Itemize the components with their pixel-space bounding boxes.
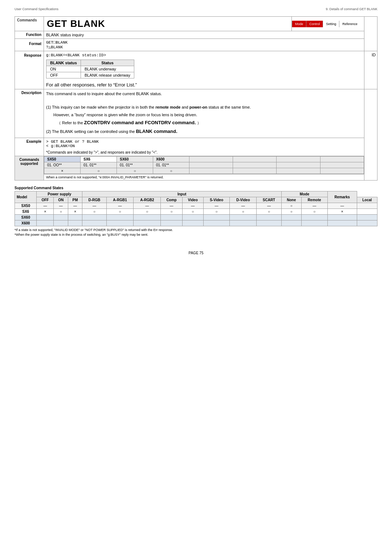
empty-c-1 <box>189 168 233 174</box>
sub-off: OFF <box>37 197 54 203</box>
sub-dvideo: D-Video <box>230 197 257 203</box>
x600-model-cell: X600 <box>15 220 37 226</box>
title-row: Commands GET BLANK Mode Control Setting … <box>15 17 377 31</box>
function-label: Function <box>15 31 44 39</box>
sx6-scart: ○ <box>257 209 282 215</box>
empty-model-1 <box>189 157 233 162</box>
sx6-model-cell: SX6 <box>15 209 37 215</box>
sx6-drgb: ○ <box>82 209 106 215</box>
sx6-remote: ○ <box>301 209 327 215</box>
x600-argb1 <box>106 220 134 226</box>
desc-main: This command is used to inquire about th… <box>46 91 362 97</box>
blank-on-value: ON <box>46 66 81 72</box>
commands-supported-row: Commandssupported SX50 SX6 SX60 X600 01.… <box>15 156 377 174</box>
response-formula-text: g:BLANK=<BLANK status:ID> <box>46 53 106 57</box>
mode-col-setting: Setting <box>323 21 339 27</box>
empty-val-3 <box>277 162 320 168</box>
sub-argb1: A-RGB1 <box>106 197 134 203</box>
sx6-remarks <box>357 209 377 215</box>
model-header: Model <box>15 191 37 203</box>
sx60-circle: ○ <box>117 168 153 174</box>
x600-pm <box>68 220 82 226</box>
models-circle-row: × ○ ○ ○ <box>44 168 364 174</box>
sx50-scart: — <box>257 203 282 209</box>
empty-c-2 <box>233 168 277 174</box>
response-content: g:BLANK=<BLANK status:ID> BLANK status S… <box>44 51 364 89</box>
example-note: *Commands are indicated by ">", and resp… <box>46 150 362 154</box>
blank-off-status: BLANK release underway <box>81 72 134 78</box>
mode-col-control: Control <box>306 21 323 27</box>
sx60-none <box>281 215 301 220</box>
main-command-table: Commands GET BLANK Mode Control Setting … <box>15 16 377 181</box>
x600-argb2 <box>134 220 161 226</box>
sx60-comp <box>161 215 183 220</box>
format-row: Format GET□BLANK ?△BLANK <box>15 39 377 51</box>
sx50-comp: — <box>161 203 183 209</box>
x600-on <box>54 220 68 226</box>
mode-header-th: Mode <box>281 191 327 197</box>
sub-svideo: S-Video <box>203 197 230 203</box>
sub-none: None <box>281 197 301 203</box>
x600-scart <box>257 220 282 226</box>
format-label: Format <box>15 39 44 51</box>
page-header: User Command Specifications 9. Details o… <box>15 7 377 11</box>
sx50-pm: — <box>68 203 82 209</box>
blank-on-status: BLANK underway <box>81 66 134 72</box>
sx60-label: SX60 <box>117 157 153 162</box>
invalid-note-row: When a command is not supported, "e:000A… <box>15 174 377 181</box>
sx6-value: 01. 01** <box>81 162 117 168</box>
function-content: BLANK status inquiry <box>44 31 364 39</box>
sx6-local: × <box>327 209 357 215</box>
sx6-pm: × <box>68 209 82 215</box>
mode-header-cell: Mode Control Setting Reference <box>291 17 364 31</box>
sx60-model-cell: SX60 <box>15 215 37 220</box>
description-label: Description <box>15 89 44 138</box>
sx50-none: ○ <box>281 203 301 209</box>
footnote-2: *When the power supply state is in the p… <box>15 233 377 236</box>
sx6-label: SX6 <box>81 157 117 162</box>
x600-remote <box>301 220 327 226</box>
sub-comp: Comp <box>161 197 183 203</box>
x600-label: X600 <box>153 157 189 162</box>
empty-c-3 <box>277 168 320 174</box>
blank-on-row: ON BLANK underway <box>46 66 134 72</box>
x600-comp <box>161 220 183 226</box>
sub-local: Local <box>357 197 377 203</box>
x600-none <box>281 220 301 226</box>
sx50-drgb: — <box>82 203 106 209</box>
sub-remote: Remote <box>301 197 327 203</box>
sx6-on: ○ <box>54 209 68 215</box>
status-col-header: Status <box>81 60 134 66</box>
sx6-argb1: ○ <box>106 209 134 215</box>
invalid-note: When a command is not supported, "e:000A… <box>44 174 364 181</box>
mode-col-reference: Reference <box>339 21 360 27</box>
commands-supported-label: Commandssupported <box>15 156 44 181</box>
sx60-pm <box>68 215 82 220</box>
sx6-comp: ○ <box>161 209 183 215</box>
desc-2: (2) The BLANK setting can be controlled … <box>46 128 362 135</box>
sx50-dvideo: — <box>230 203 257 209</box>
example-row: Example > GET BLANK or ? BLANK < g:BLANK… <box>15 138 377 156</box>
sx6-off: × <box>37 209 54 215</box>
sub-pm: PM <box>68 197 82 203</box>
id-label: ID <box>372 53 376 57</box>
sx60-argb2 <box>134 215 161 220</box>
sx6-svideo: ○ <box>203 209 230 215</box>
sub-drgb: D-RGB <box>82 197 106 203</box>
empty-model-2 <box>233 157 277 162</box>
sx60-svideo <box>203 215 230 220</box>
input-header: Input <box>82 191 282 197</box>
format-content: GET□BLANK ?△BLANK <box>44 39 364 51</box>
sx50-supported-row: SX50 — — — — — — — — — — — ○ — — <box>15 203 377 209</box>
sub-video: Video <box>182 197 203 203</box>
sx60-local <box>327 215 357 220</box>
sx6-supported-row: SX6 × ○ × ○ ○ ○ ○ ○ ○ ○ ○ ○ ○ × <box>15 209 377 215</box>
supported-sub-header: OFF ON PM D-RGB A-RGB1 A-RGB2 Comp Video… <box>15 197 377 203</box>
x600-drgb <box>82 220 106 226</box>
power-supply-header: Power supply <box>37 191 82 197</box>
supported-section-title: Supported Command States <box>15 186 377 190</box>
response-label: Response <box>15 51 44 89</box>
example-content: > GET BLANK or ? BLANK < g:BLANK=ON *Com… <box>44 138 364 156</box>
sx50-svideo: — <box>203 203 230 209</box>
sx50-argb2: — <box>134 203 161 209</box>
